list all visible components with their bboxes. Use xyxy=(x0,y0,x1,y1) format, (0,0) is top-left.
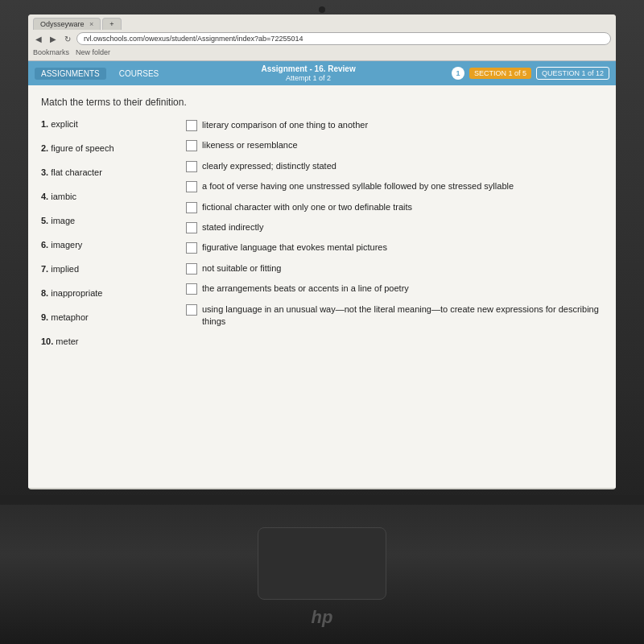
definition-item-3: clearly expressed; distinctly stated xyxy=(186,160,603,172)
term-item-6: 6. imagery xyxy=(41,240,170,250)
definition-item-2: likeness or resemblance xyxy=(186,139,603,151)
def-text-6: stated indirectly xyxy=(202,221,603,233)
definition-item-8: not suitable or fitting xyxy=(186,262,603,275)
definition-item-6: stated indirectly xyxy=(186,221,603,233)
term-item-10: 10. meter xyxy=(41,336,170,346)
def-text-2: likeness or resemblance xyxy=(202,139,603,151)
definition-item-10: using language in an unusual way—not the… xyxy=(186,303,603,328)
def-text-9: the arrangements beats or accents in a l… xyxy=(202,283,603,295)
term-item-3: 3. flat character xyxy=(41,167,170,177)
assignment-title: Assignment - 16. Review Attempt 1 of 2 xyxy=(171,64,445,82)
definition-item-1: literary comparison of one thing to anot… xyxy=(186,119,603,131)
laptop-bottom: hp xyxy=(0,495,644,644)
term-label-5: image xyxy=(51,216,75,225)
def-checkbox-9[interactable] xyxy=(186,283,197,295)
term-label-9: metaphor xyxy=(51,312,88,322)
def-text-4: a foot of verse having one unstressed sy… xyxy=(202,180,603,192)
hp-logo: hp xyxy=(312,607,333,628)
term-item-7: 7. implied xyxy=(41,264,170,274)
browser-tab[interactable]: Odysseyware × xyxy=(33,18,101,30)
camera xyxy=(319,6,325,13)
term-label-4: iambic xyxy=(51,192,76,201)
screen: Odysseyware × + ◀ ▶ ↻ rvl.owschools.com/… xyxy=(28,14,616,489)
question-instruction: Match the terms to their definition. xyxy=(41,97,603,108)
definition-item-7: figurative language that evokes mental p… xyxy=(186,242,603,254)
matching-container: 1. explicit 2. figure of speech 3. flat … xyxy=(41,119,603,361)
touchpad[interactable] xyxy=(258,527,386,600)
term-label-6: imagery xyxy=(51,240,82,250)
refresh-button[interactable]: ↻ xyxy=(62,34,73,44)
term-item-9: 9. metaphor xyxy=(41,312,170,322)
laptop-shell: Odysseyware × + ◀ ▶ ↻ rvl.owschools.com/… xyxy=(0,0,644,644)
header-info: 1 SECTION 1 of 5 QUESTION 1 of 12 xyxy=(452,67,609,80)
definition-item-9: the arrangements beats or accents in a l… xyxy=(186,283,603,295)
term-item-1: 1. explicit xyxy=(41,119,170,129)
bookmarks-bar: Bookmarks New folder xyxy=(33,47,611,57)
def-text-5: fictional character with only one or two… xyxy=(202,201,603,213)
main-content: Match the terms to their definition. 1. … xyxy=(28,85,616,488)
def-checkbox-1[interactable] xyxy=(186,120,197,131)
term-label-3: flat character xyxy=(51,167,102,177)
definition-item-4: a foot of verse having one unstressed sy… xyxy=(186,180,603,192)
new-folder-label: New folder xyxy=(76,48,110,56)
definitions-column: literary comparison of one thing to anot… xyxy=(186,119,603,361)
term-label-2: figure of speech xyxy=(51,143,114,153)
def-text-7: figurative language that evokes mental p… xyxy=(202,242,603,254)
browser-bar: ◀ ▶ ↻ rvl.owschools.com/owexus/student/A… xyxy=(33,32,611,45)
def-text-1: literary comparison of one thing to anot… xyxy=(202,119,603,131)
browser-tabs: Odysseyware × + xyxy=(33,18,611,30)
courses-tab[interactable]: COURSES xyxy=(113,68,165,80)
new-tab-button[interactable]: + xyxy=(102,18,121,30)
def-checkbox-7[interactable] xyxy=(186,242,197,254)
def-checkbox-3[interactable] xyxy=(186,161,197,172)
browser-chrome: Odysseyware × + ◀ ▶ ↻ rvl.owschools.com/… xyxy=(28,14,616,61)
def-checkbox-5[interactable] xyxy=(186,202,197,213)
bookmarks-label: Bookmarks xyxy=(33,48,69,56)
info-badge: 1 xyxy=(452,67,464,80)
def-checkbox-6[interactable] xyxy=(186,222,197,233)
def-text-3: clearly expressed; distinctly stated xyxy=(202,160,603,172)
def-text-10: using language in an unusual way—not the… xyxy=(202,303,603,328)
def-checkbox-8[interactable] xyxy=(186,263,197,275)
term-item-8: 8. inappropriate xyxy=(41,288,170,298)
tab-close-icon[interactable]: × xyxy=(89,20,93,28)
laptop-hinge xyxy=(0,495,644,505)
term-label-1: explicit xyxy=(51,119,78,129)
question-badge: QUESTION 1 of 12 xyxy=(536,67,609,80)
section-badge: SECTION 1 of 5 xyxy=(469,68,531,79)
url-bar[interactable]: rvl.owschools.com/owexus/student/Assignm… xyxy=(76,32,611,45)
def-checkbox-4[interactable] xyxy=(186,181,197,192)
term-item-4: 4. iambic xyxy=(41,192,170,201)
back-button[interactable]: ◀ xyxy=(33,34,44,44)
tab-label: Odysseyware xyxy=(40,20,85,28)
assignments-tab[interactable]: ASSIGNMENTS xyxy=(35,68,106,80)
forward-button[interactable]: ▶ xyxy=(47,34,59,44)
app-header: ASSIGNMENTS COURSES Assignment - 16. Rev… xyxy=(28,61,616,85)
terms-column: 1. explicit 2. figure of speech 3. flat … xyxy=(41,119,170,361)
def-checkbox-2[interactable] xyxy=(186,140,197,151)
term-item-5: 5. image xyxy=(41,216,170,225)
term-label-7: implied xyxy=(51,264,79,274)
term-item-2: 2. figure of speech xyxy=(41,143,170,153)
term-label-8: inappropriate xyxy=(51,288,102,298)
def-checkbox-10[interactable] xyxy=(186,304,197,316)
term-label-10: meter xyxy=(56,336,78,346)
definition-item-5: fictional character with only one or two… xyxy=(186,201,603,213)
def-text-8: not suitable or fitting xyxy=(202,262,603,275)
